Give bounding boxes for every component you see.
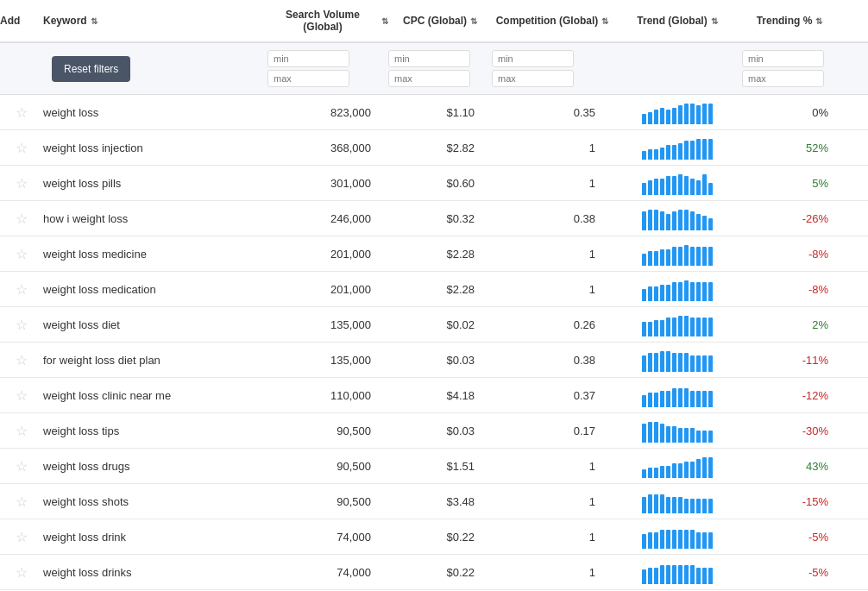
trend-bar — [660, 148, 664, 160]
trend-bar — [666, 176, 670, 195]
star-cell: ☆ — [0, 494, 43, 510]
trend-bar — [708, 499, 713, 513]
star-cell: ☆ — [0, 387, 43, 404]
kw-sort-icon[interactable]: ⇅ — [91, 16, 97, 26]
trend-bar — [690, 211, 695, 230]
tpct-cell: -26% — [742, 212, 837, 225]
trend-bar — [642, 534, 646, 549]
filter-sv-cell — [267, 50, 388, 87]
table-row: ☆ weight loss medication 201,000 $2.28 1… — [0, 272, 868, 307]
sv-cell: 90,500 — [267, 424, 388, 437]
cpc-cell: $0.22 — [388, 531, 492, 544]
favorite-icon[interactable]: ☆ — [16, 105, 28, 120]
tpct-value: -8% — [808, 248, 828, 261]
trend-bar — [654, 422, 658, 443]
cpc-max-input[interactable] — [388, 70, 470, 87]
favorite-icon[interactable]: ☆ — [16, 353, 28, 368]
reset-filters-button[interactable]: Reset filters — [52, 56, 130, 82]
star-cell: ☆ — [0, 104, 43, 121]
cpc-cell: $0.60 — [388, 177, 492, 190]
trend-cell — [613, 418, 742, 443]
keyword-table: Add Keyword ⇅ Search Volume (Global) ⇅ C… — [0, 0, 868, 590]
trend-bar — [672, 388, 676, 407]
cpc-value: $4.18 — [446, 389, 475, 402]
favorite-icon[interactable]: ☆ — [16, 247, 28, 261]
trend-bar — [654, 532, 658, 549]
sv-min-input[interactable] — [267, 50, 349, 67]
keyword-value: weight loss drugs — [43, 460, 129, 473]
tpct-cell: -15% — [742, 495, 837, 508]
col-header-keyword: Keyword ⇅ — [43, 15, 267, 27]
sv-cell: 201,000 — [267, 283, 388, 296]
comp-cell: 1 — [492, 177, 613, 190]
favorite-icon[interactable]: ☆ — [16, 530, 28, 544]
favorite-icon[interactable]: ☆ — [16, 211, 28, 226]
favorite-icon[interactable]: ☆ — [16, 424, 28, 438]
comp-min-input[interactable] — [492, 50, 574, 67]
keyword-value: weight loss clinic near me — [43, 389, 171, 402]
tpct-sort-icon[interactable]: ⇅ — [815, 16, 822, 26]
trend-bar — [648, 180, 652, 195]
sv-cell: 74,000 — [267, 566, 388, 579]
cpc-sort-icon[interactable]: ⇅ — [470, 16, 477, 26]
tpct-value: -26% — [802, 212, 828, 225]
sv-sort-icon[interactable]: ⇅ — [381, 16, 388, 26]
trend-bar — [684, 316, 689, 336]
cpc-cell: $0.03 — [388, 354, 492, 367]
trend-cell — [613, 277, 742, 301]
tpct-cell: 2% — [742, 318, 837, 331]
trend-bar — [642, 254, 646, 266]
comp-cell: 1 — [492, 460, 613, 473]
favorite-icon[interactable]: ☆ — [16, 388, 28, 403]
cpc-value: $1.51 — [446, 460, 475, 473]
sv-value: 74,000 — [337, 566, 371, 579]
comp-cell: 1 — [492, 283, 613, 296]
trend-bar — [708, 282, 713, 301]
sv-value: 368,000 — [330, 141, 371, 154]
trend-bar — [690, 428, 695, 443]
cpc-cell: $3.48 — [388, 495, 492, 508]
favorite-icon[interactable]: ☆ — [16, 141, 28, 155]
trend-bar — [684, 245, 689, 266]
star-cell: ☆ — [0, 458, 43, 475]
cpc-value: $0.03 — [446, 354, 475, 367]
comp-value: 1 — [589, 283, 595, 296]
comp-max-input[interactable] — [492, 70, 574, 87]
tpct-max-input[interactable] — [742, 70, 824, 87]
favorite-icon[interactable]: ☆ — [16, 282, 28, 297]
col-add-label: Add — [0, 15, 20, 27]
table-row: ☆ weight loss tips 90,500 $0.03 0.17 -30… — [0, 413, 868, 449]
cpc-min-input[interactable] — [388, 50, 470, 67]
favorite-icon[interactable]: ☆ — [16, 459, 28, 474]
sv-value: 90,500 — [337, 424, 371, 437]
favorite-icon[interactable]: ☆ — [16, 176, 28, 191]
trend-bar — [666, 145, 670, 160]
trend-bar — [690, 318, 695, 336]
trend-bar — [654, 179, 658, 195]
tpct-value: -15% — [802, 495, 828, 508]
trend-bar — [708, 457, 713, 478]
trend-bar — [648, 468, 652, 478]
trend-sort-icon[interactable]: ⇅ — [711, 16, 718, 26]
trend-bar — [690, 462, 695, 478]
trend-bar — [666, 318, 670, 336]
col-header-cpc: CPC (Global) ⇅ — [388, 15, 492, 27]
trend-bar — [708, 318, 713, 336]
sv-value: 201,000 — [330, 248, 371, 261]
trend-bar — [690, 282, 695, 301]
tpct-min-input[interactable] — [742, 50, 824, 67]
favorite-icon[interactable]: ☆ — [16, 565, 28, 580]
trend-bar — [696, 282, 701, 301]
favorite-icon[interactable]: ☆ — [16, 318, 28, 332]
trend-bar — [648, 322, 652, 336]
favorite-icon[interactable]: ☆ — [16, 494, 28, 509]
sv-max-input[interactable] — [267, 70, 349, 87]
filter-tpct-cell — [742, 50, 837, 87]
comp-cell: 1 — [492, 566, 613, 579]
cpc-value: $1.10 — [446, 106, 475, 119]
comp-sort-icon[interactable]: ⇅ — [601, 16, 608, 26]
comp-value: 1 — [589, 531, 595, 544]
trend-bar — [702, 139, 707, 160]
filter-row: Reset filters — [0, 43, 868, 95]
sv-value: 201,000 — [330, 283, 371, 296]
